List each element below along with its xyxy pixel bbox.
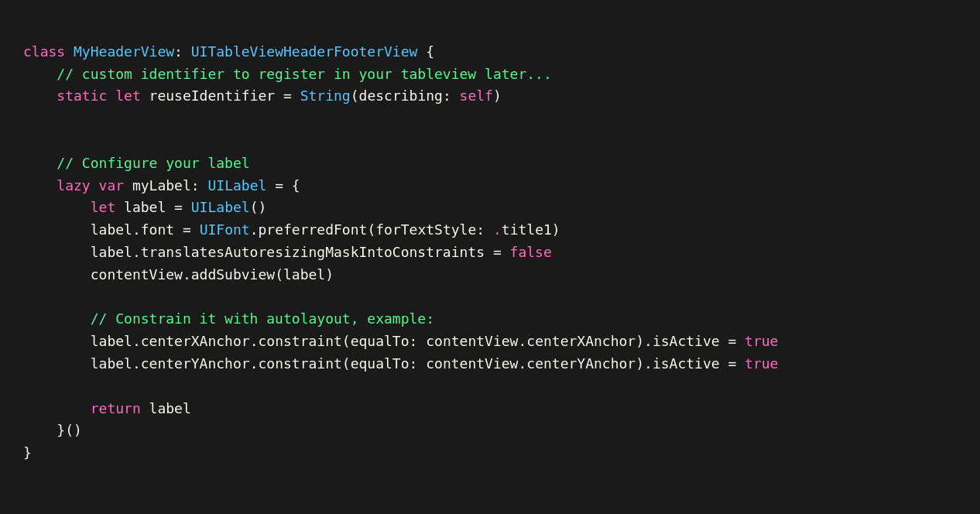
line-15: label.centerYAnchor.constraint(equalTo: …: [23, 355, 778, 372]
line-9: label.font = UIFont.preferredFont(forTex…: [23, 221, 560, 238]
line-18: }(): [23, 422, 82, 438]
line-19: }: [23, 444, 32, 461]
code-content: class MyHeaderView: UITableViewHeaderFoo…: [23, 19, 957, 487]
line-14: label.centerXAnchor.constraint(equalTo: …: [23, 333, 778, 349]
line-2: // custom identifier to register in your…: [23, 66, 552, 82]
line-7: lazy var myLabel: UILabel = {: [23, 177, 300, 194]
line-6: // Configure your label: [23, 155, 250, 171]
line-1: class MyHeaderView: UITableViewHeaderFoo…: [23, 43, 434, 60]
code-editor: class MyHeaderView: UITableViewHeaderFoo…: [23, 19, 957, 487]
line-10: label.translatesAutoresizingMaskIntoCons…: [23, 244, 552, 260]
line-8: let label = UILabel(): [23, 199, 266, 215]
line-13: // Constrain it with autolayout, example…: [23, 310, 434, 327]
line-3: static let reuseIdentifier = String(desc…: [23, 87, 502, 104]
line-17: return label: [23, 400, 191, 416]
line-11: contentView.addSubview(label): [23, 266, 334, 283]
